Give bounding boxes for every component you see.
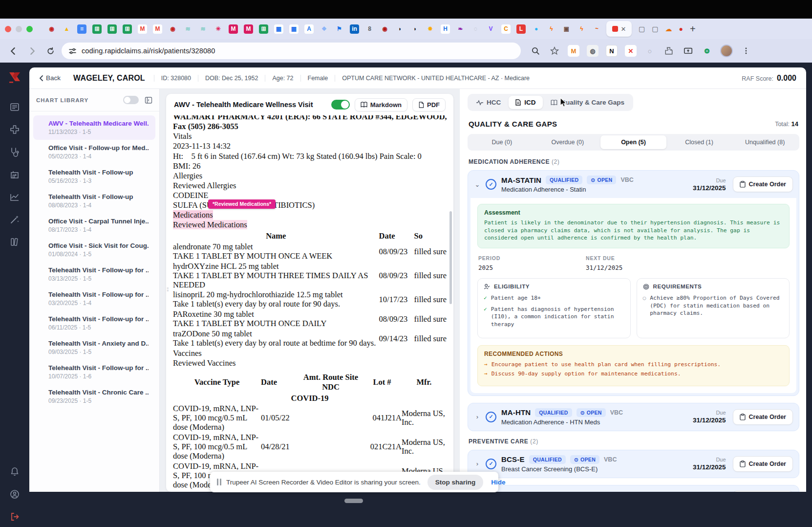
highlight-toggle[interactable] xyxy=(331,100,350,110)
traffic-light-zoom[interactable] xyxy=(26,26,33,32)
forward-nav-icon[interactable] xyxy=(24,44,39,58)
library-books-icon[interactable] xyxy=(9,237,20,247)
back-button[interactable]: Back xyxy=(39,74,61,82)
back-nav-icon[interactable] xyxy=(6,44,21,58)
pinned-tab-favicon[interactable]: ⊞ xyxy=(256,22,271,36)
gap-card-ma-statin[interactable]: ⌄ ✓ MA-STATIN QUALIFIED ⊙OPEN VBC Medica… xyxy=(468,170,799,396)
tab-strip-icon[interactable]: ● xyxy=(679,25,683,33)
pinned-tab-favicon[interactable]: V xyxy=(483,22,498,36)
gap-card-bcs-e[interactable]: ›✓BCS-EQUALIFIED⊙OPENVBCBreast Cancer Sc… xyxy=(468,450,799,478)
chart-library-item[interactable]: Telehealth Visit - Follow-up for ...10/0… xyxy=(33,360,155,384)
hospital-icon[interactable] xyxy=(9,169,20,180)
gap-card[interactable]: ›✓QUALIFIED⊙OPENVBCDueCreate Order xyxy=(468,485,799,492)
pinned-tab-favicon[interactable]: A xyxy=(301,22,317,36)
create-order-button[interactable]: Create Order xyxy=(733,176,793,192)
browser-menu-icon[interactable] xyxy=(740,45,752,57)
notion-extension-icon[interactable]: N xyxy=(606,45,618,57)
pinned-tab-favicon[interactable]: ⊞ xyxy=(120,22,135,36)
pinned-tab-favicon[interactable]: 8 xyxy=(362,22,377,36)
rapidclaims-extension-icon[interactable]: ✕ xyxy=(625,45,637,57)
chart-library-item[interactable]: Telehealth Visit - Follow-up for ...06/1… xyxy=(33,311,155,335)
filter-unqualified-8-[interactable]: Unqualified (8) xyxy=(732,135,798,149)
pinned-tab-favicon[interactable]: L xyxy=(513,22,529,36)
create-order-button[interactable]: Create Order xyxy=(733,490,793,492)
stethoscope-icon[interactable] xyxy=(9,147,20,157)
pinned-tab-favicon[interactable]: M xyxy=(241,22,256,36)
address-bar[interactable]: coding.rapidclaims.ai/risk/patients/3280… xyxy=(62,43,521,59)
tab-strip-icon[interactable]: ☁ xyxy=(665,25,672,33)
pinned-tab-favicon[interactable]: ⊞ xyxy=(105,22,120,36)
chart-library-item[interactable]: Telehealth Visit - Anxiety and D...09/03… xyxy=(33,335,155,360)
pinned-tab-favicon[interactable]: ▦ xyxy=(286,22,301,36)
pinned-tab-favicon[interactable]: ❧ xyxy=(453,22,468,36)
pinned-tab-favicon[interactable]: ◌ xyxy=(468,22,483,36)
chevron-right-icon[interactable]: › xyxy=(474,460,481,467)
pinned-tab-favicon[interactable]: ⊞ xyxy=(89,22,105,36)
pinned-tab-favicon[interactable]: ϟ xyxy=(574,22,589,36)
pinned-tab-favicon[interactable]: ◗ xyxy=(407,22,423,36)
pinned-tab-favicon[interactable]: H xyxy=(438,22,453,36)
chart-library-item[interactable]: Office Visit - Sick Visit for Coug...01/… xyxy=(33,238,155,262)
notes-icon[interactable] xyxy=(9,102,20,112)
chart-library-item[interactable]: Office Visit - Carpal Tunnel Inje...08/1… xyxy=(33,213,155,238)
tab-hcc[interactable]: HCC xyxy=(470,96,508,109)
logout-icon[interactable] xyxy=(9,511,20,522)
active-tab[interactable]: ✕ xyxy=(606,21,632,37)
hide-share-bar-link[interactable]: Hide xyxy=(491,479,505,486)
pinned-tab-favicon[interactable]: ▣ xyxy=(559,22,574,36)
loop-extension-icon[interactable]: ◌ xyxy=(644,45,656,57)
zoom-search-icon[interactable] xyxy=(530,45,541,57)
close-tab-icon[interactable]: ✕ xyxy=(621,25,626,33)
pinned-tab-favicon[interactable]: ≡ xyxy=(74,22,89,36)
gap-card-ma-htn[interactable]: ›✓MA-HTNQUALIFIED⊙OPENVBCMedication Adhe… xyxy=(468,403,799,431)
tab-icd[interactable]: ICD xyxy=(509,96,542,109)
tab-strip-icon[interactable]: ▢ xyxy=(639,25,645,33)
pinned-tab-favicon[interactable]: M xyxy=(150,22,165,36)
chevron-down-icon[interactable]: ⌄ xyxy=(474,181,481,188)
pinned-tab-favicon[interactable]: ≋ xyxy=(195,22,211,36)
filter-open-5-[interactable]: Open (5) xyxy=(600,135,666,149)
filter-closed-1-[interactable]: Closed (1) xyxy=(666,135,732,149)
pinned-tab-favicon[interactable]: ● xyxy=(529,22,544,36)
bookmark-star-icon[interactable] xyxy=(549,45,560,57)
pinned-tab-favicon[interactable]: ϟ xyxy=(544,22,559,36)
pinned-tab-favicon[interactable]: ❖ xyxy=(317,22,332,36)
metamask-extension-icon[interactable]: M xyxy=(568,45,579,57)
pinned-tab-favicon[interactable]: ✸ xyxy=(423,22,438,36)
create-order-button[interactable]: Create Order xyxy=(733,456,793,472)
chevron-right-icon[interactable]: › xyxy=(474,413,481,420)
chart-library-item[interactable]: Office Visit - Follow-up for Med...05/02… xyxy=(33,140,155,164)
chart-library-item[interactable]: Telehealth Visit - Follow-up05/16/2023 ·… xyxy=(33,164,155,189)
pinned-tab-favicon[interactable]: M xyxy=(226,22,241,36)
share-bar-drag-pill[interactable] xyxy=(344,499,363,503)
screen-share-icon[interactable] xyxy=(682,45,694,57)
pinned-tab-favicon[interactable]: C xyxy=(498,22,513,36)
profile-avatar[interactable] xyxy=(720,44,733,57)
filter-overdue-0-[interactable]: Overdue (0) xyxy=(535,135,601,149)
tab-quality-care-gaps[interactable]: Quality & Care Gaps xyxy=(544,96,632,109)
reload-icon[interactable] xyxy=(43,44,58,58)
chart-library-item[interactable]: AWV - Telehealth Medicare Well...11/13/2… xyxy=(33,115,155,140)
account-icon[interactable] xyxy=(9,489,20,500)
filter-due-0-[interactable]: Due (0) xyxy=(469,135,535,149)
pinned-tab-favicon[interactable]: ▦ xyxy=(271,22,286,36)
chart-library-toggle[interactable] xyxy=(123,96,139,104)
pinned-tab-favicon[interactable]: ✳ xyxy=(211,22,226,36)
pdf-view-button[interactable]: PDF xyxy=(412,98,446,111)
site-settings-icon[interactable] xyxy=(68,47,77,55)
document-scrollbar[interactable] xyxy=(449,211,452,304)
pinned-tab-favicon[interactable]: M xyxy=(135,22,150,36)
medical-plus-icon[interactable] xyxy=(9,124,20,135)
create-order-button[interactable]: Create Order xyxy=(733,409,793,425)
pinned-tab-favicon[interactable]: ~ xyxy=(589,22,604,36)
pinned-tab-favicon[interactable]: ◉ xyxy=(165,22,180,36)
chart-library-item[interactable]: Telehealth Visit - Follow-up08/08/2023 ·… xyxy=(33,189,155,213)
traffic-light-close[interactable] xyxy=(5,26,11,32)
notifications-bell-icon[interactable] xyxy=(9,466,20,477)
pinned-tab-favicon[interactable]: ▲ xyxy=(59,22,74,36)
magic-wand-icon[interactable] xyxy=(9,214,20,225)
extension-icon[interactable]: ◍ xyxy=(587,45,598,57)
markdown-view-button[interactable]: Markdown xyxy=(355,98,407,111)
trend-chart-icon[interactable] xyxy=(9,192,20,202)
chart-library-item[interactable]: Telehealth Visit - Follow-up for ...03/2… xyxy=(33,286,155,311)
